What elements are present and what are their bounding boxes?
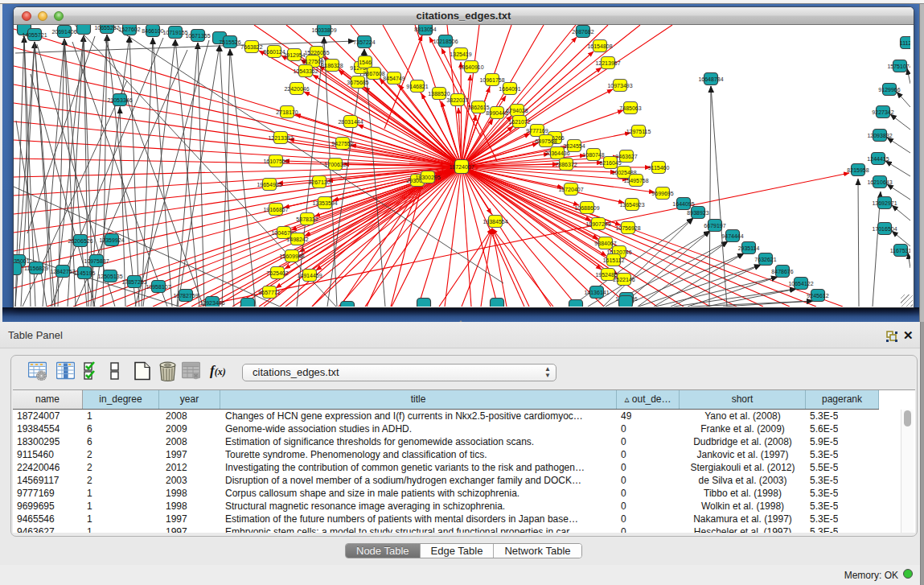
svg-text:7625402: 7625402: [266, 270, 288, 276]
svg-text:17359924: 17359924: [99, 237, 124, 243]
svg-text:8938923: 8938923: [687, 210, 708, 216]
svg-text:1621072: 1621072: [508, 119, 530, 125]
svg-text:16033809: 16033809: [311, 27, 336, 33]
svg-text:12975115: 12975115: [626, 129, 651, 134]
svg-text:18640910: 18640910: [458, 64, 483, 70]
svg-text:15720407: 15720407: [558, 187, 583, 192]
svg-text:10688609: 10688609: [574, 205, 599, 211]
svg-text:1244415: 1244415: [867, 156, 889, 162]
svg-text:13353594: 13353594: [312, 200, 337, 206]
svg-text:9129966: 9129966: [878, 87, 900, 93]
svg-text:21053346: 21053346: [107, 97, 132, 103]
svg-text:8186328: 8186328: [321, 63, 343, 68]
svg-text:9699695: 9699695: [651, 191, 673, 196]
svg-text:16210643: 16210643: [867, 179, 892, 185]
svg-text:6679197: 6679197: [704, 223, 725, 229]
svg-text:1546: 1546: [359, 60, 372, 65]
svg-text:1167531: 1167531: [890, 248, 910, 253]
svg-text:3822037: 3822037: [446, 97, 468, 103]
svg-text:1362615: 1362615: [467, 105, 489, 110]
svg-text:9427552: 9427552: [331, 141, 353, 146]
svg-text:12842757: 12842757: [50, 269, 75, 274]
svg-text:7632621: 7632621: [754, 257, 776, 262]
svg-text:10782759: 10782759: [173, 293, 198, 299]
svg-text:8215958: 8215958: [847, 167, 869, 173]
svg-text:9657771: 9657771: [258, 290, 280, 295]
svg-text:10671355: 10671355: [185, 33, 210, 39]
svg-text:1615112: 1615112: [603, 257, 625, 263]
svg-text:19166857: 19166857: [263, 207, 288, 212]
svg-text:16107550: 16107550: [263, 159, 288, 164]
svg-text:10961758: 10961758: [479, 77, 504, 83]
svg-text:1527602: 1527602: [118, 27, 140, 32]
svg-text:7485063: 7485063: [619, 105, 641, 111]
svg-text:3267130: 3267130: [308, 179, 330, 185]
svg-text:2087682: 2087682: [572, 29, 593, 35]
svg-text:18907249: 18907249: [585, 221, 610, 227]
svg-text:7357224: 7357224: [353, 39, 375, 45]
svg-text:17016504: 17016504: [872, 226, 897, 232]
svg-text:22420046: 22420046: [284, 86, 309, 92]
svg-text:14055721: 14055721: [22, 32, 47, 38]
svg-text:9384067: 9384067: [594, 241, 616, 246]
svg-text:10975887: 10975887: [84, 258, 109, 264]
svg-text:10756928: 10756928: [615, 225, 640, 231]
svg-text:28031444: 28031444: [338, 119, 363, 125]
svg-text:1325419: 1325419: [450, 51, 471, 57]
svg-text:15609948: 15609948: [279, 253, 304, 259]
svg-text:8466100: 8466100: [142, 28, 163, 34]
svg-text:6794028: 6794028: [506, 108, 528, 113]
svg-text:1498242: 1498242: [286, 237, 308, 242]
svg-text:9463627: 9463627: [615, 154, 637, 159]
svg-text:19654935: 19654935: [257, 182, 281, 187]
svg-text:9146821: 9146821: [406, 84, 428, 89]
svg-text:3675685: 3675685: [347, 80, 368, 85]
svg-text:15751074: 15751074: [887, 64, 910, 69]
svg-text:13654923: 13654923: [619, 202, 644, 208]
svg-text:1664091: 1664091: [499, 86, 520, 92]
svg-text:13692971: 13692971: [872, 200, 897, 206]
svg-text:12093832: 12093832: [867, 133, 892, 138]
svg-text:2867608: 2867608: [363, 71, 384, 76]
svg-text:19384554: 19384554: [483, 219, 507, 225]
svg-text:10654122: 10654122: [788, 281, 813, 286]
svg-text:17857253: 17857253: [121, 279, 146, 285]
svg-text:8990448: 8990448: [486, 110, 507, 116]
svg-text:7663822: 7663822: [240, 44, 262, 50]
svg-text:8660124: 8660124: [263, 49, 285, 55]
svg-text:10543362: 10543362: [293, 68, 318, 74]
svg-text:2522146: 2522146: [613, 277, 634, 282]
svg-text:1388520: 1388520: [428, 91, 450, 97]
svg-text:3912954: 3912954: [283, 52, 305, 58]
svg-text:16154808: 16154808: [587, 43, 612, 49]
svg-text:16648784: 16648784: [698, 76, 723, 82]
svg-text:11156829: 11156829: [24, 266, 48, 271]
svg-text:1080748: 1080748: [582, 152, 604, 158]
svg-text:10218506: 10218506: [433, 39, 458, 44]
svg-text:1700632: 1700632: [324, 162, 346, 167]
svg-text:14136141: 14136141: [584, 290, 609, 295]
svg-text:15495758: 15495758: [623, 178, 648, 183]
svg-text:18724007: 18724007: [449, 164, 474, 170]
svg-text:14914459: 14914459: [297, 273, 322, 278]
svg-text:9474444: 9474444: [721, 233, 743, 239]
svg-text:9227342: 9227342: [872, 109, 893, 115]
svg-text:8454749: 8454749: [383, 76, 405, 81]
svg-text:1145195: 1145195: [74, 270, 96, 276]
svg-text:10958107: 10958107: [146, 284, 170, 290]
svg-text:9777169: 9777169: [526, 128, 548, 134]
svg-text:3824554: 3824554: [563, 143, 585, 149]
svg-text:1644095: 1644095: [672, 201, 694, 207]
svg-text:12213967: 12213967: [595, 60, 620, 66]
svg-text:11123: 11123: [900, 40, 910, 46]
svg-text:2718170: 2718170: [276, 109, 298, 115]
svg-text:10719155: 10719155: [162, 30, 187, 35]
svg-text:7886372: 7886372: [555, 162, 577, 167]
svg-text:2935114: 2935114: [738, 245, 760, 251]
svg-text:12923446: 12923446: [199, 300, 224, 306]
svg-text:8478676: 8478676: [771, 269, 793, 274]
svg-text:20364436: 20364436: [544, 150, 569, 156]
svg-text:10973493: 10973493: [607, 83, 632, 89]
svg-text:9245612: 9245612: [807, 293, 828, 299]
svg-text:20691406: 20691406: [51, 29, 76, 35]
